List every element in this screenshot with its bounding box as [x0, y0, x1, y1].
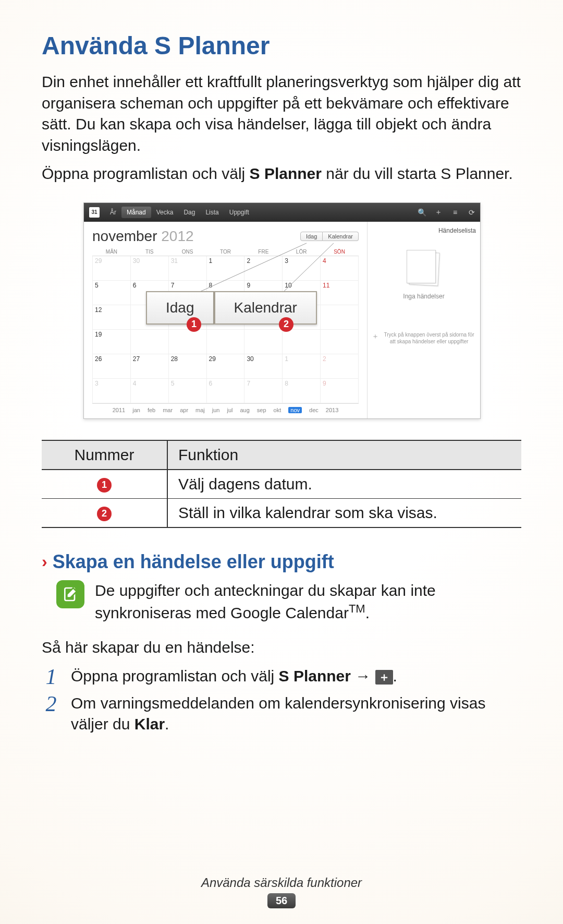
- cal-cell: 4: [321, 256, 359, 280]
- month-year: 2012: [161, 228, 193, 244]
- page-footer: Använda särskilda funktioner 56: [0, 875, 563, 908]
- weekday-4: FRE: [244, 248, 283, 256]
- cal-cell: 6: [206, 378, 244, 403]
- row-func-2: Ställ in vilka kalendrar som ska visas.: [167, 498, 521, 527]
- cal-cell: [321, 329, 359, 354]
- cal-cell: [168, 329, 206, 354]
- note-icon: [56, 580, 84, 608]
- sync-icon: ⟳: [463, 208, 480, 217]
- note-block: De uppgifter och anteckningar du skapar …: [56, 580, 521, 624]
- step-1: 1 Öppna programlistan och välj S Planner…: [42, 666, 521, 688]
- col-function: Funktion: [167, 440, 521, 470]
- empty-pages-icon: [406, 250, 442, 286]
- step-number-1: 1: [42, 666, 60, 688]
- calendar-date-icon: 31: [89, 207, 100, 218]
- cal-cell: 6: [130, 280, 168, 305]
- cal-cell: 3: [283, 256, 321, 280]
- weekday-1: TIS: [130, 248, 168, 256]
- intro2-pre: Öppna programlistan och välj: [42, 165, 250, 182]
- month-name: november: [92, 228, 157, 244]
- ys-item: aug: [240, 407, 249, 413]
- cal-cell: 3: [93, 378, 131, 403]
- intro2-post: när du vill starta S Planner.: [322, 165, 513, 182]
- cal-cell: 5: [168, 378, 206, 403]
- chevron-right-icon: ›: [42, 552, 47, 571]
- step1-arrow: →: [351, 667, 375, 685]
- screenshot-topbar: 31 År Månad Vecka Dag Lista Uppgift 🔍 ＋ …: [84, 203, 480, 222]
- note-tm: TM: [349, 602, 365, 615]
- weekday-0: MÅN: [93, 248, 131, 256]
- subsection-heading: › Skapa en händelse eller uppgift: [42, 551, 521, 573]
- sidebar-title: Händelselista: [438, 227, 476, 234]
- ys-item: okt: [274, 407, 282, 413]
- weekday-2: ONS: [168, 248, 206, 256]
- cal-cell: 8: [206, 280, 244, 305]
- howto-line: Så här skapar du en händelse:: [42, 639, 521, 656]
- tab-month: Månad: [121, 207, 151, 218]
- intro-paragraph-2: Öppna programlistan och välj S Planner n…: [42, 163, 521, 185]
- step-number-2: 2: [42, 693, 60, 715]
- cal-cell: 10: [283, 280, 321, 305]
- plus-icon: ＋: [372, 331, 379, 341]
- cal-cell: 12: [93, 305, 131, 329]
- app-screenshot: 31 År Månad Vecka Dag Lista Uppgift 🔍 ＋ …: [83, 202, 480, 419]
- intro2-bold: S Planner: [250, 165, 322, 182]
- tab-list: Lista: [200, 207, 224, 218]
- ys-item: 2011: [113, 407, 125, 413]
- cal-cell: 11: [321, 280, 359, 305]
- table-row: 1 Välj dagens datum.: [42, 470, 521, 499]
- step1-bold: S Planner: [279, 667, 351, 685]
- cal-cell: 9: [321, 378, 359, 403]
- cal-cell: [130, 329, 168, 354]
- cal-cell: 7: [244, 378, 283, 403]
- col-number: Nummer: [42, 440, 167, 470]
- calendar-grid: MÅN TIS ONS TOR FRE LÖR SÖN 29 30: [92, 248, 359, 403]
- weekday-3: TOR: [206, 248, 244, 256]
- cal-cell: [130, 305, 168, 329]
- ys-item: jun: [212, 407, 220, 413]
- cal-cell: 26: [93, 354, 131, 378]
- pill-today: Idag: [300, 232, 323, 241]
- function-table: Nummer Funktion 1 Välj dagens datum. 2 S…: [42, 440, 521, 528]
- intro-paragraph-1: Din enhet innehåller ett kraftfullt plan…: [42, 71, 521, 156]
- page-title: Använda S Planner: [42, 31, 521, 60]
- view-pills: Idag Kalendrar: [300, 232, 359, 241]
- subsection-title: Skapa en händelse eller uppgift: [53, 551, 334, 573]
- plus-icon: ＋: [430, 208, 447, 217]
- note-text: De uppgifter och anteckningar du skapar …: [95, 580, 521, 624]
- cal-cell: 7: [168, 280, 206, 305]
- step2-pre: Om varningsmeddelanden om kalendersynkro…: [71, 694, 485, 733]
- cal-cell: 31: [168, 256, 206, 280]
- cal-cell: 29: [93, 256, 131, 280]
- cal-cell: 28: [168, 354, 206, 378]
- ys-item: 2013: [326, 407, 338, 413]
- ys-item-active: nov: [288, 407, 302, 413]
- cal-cell: 8: [283, 378, 321, 403]
- cal-cell: 9: [244, 280, 283, 305]
- cal-cell: 30: [130, 256, 168, 280]
- sidebar-hint-text: Tryck på knappen överst på sidorna för a…: [382, 331, 476, 345]
- note-a: De uppgifter och anteckningar du skapar …: [95, 582, 436, 622]
- ys-item: dec: [309, 407, 319, 413]
- ys-item: apr: [180, 407, 188, 413]
- step2-post: .: [165, 715, 169, 733]
- weekday-5: LÖR: [283, 248, 321, 256]
- cal-cell: 5: [93, 280, 131, 305]
- tab-year: År: [105, 207, 121, 218]
- step2-bold: Klar: [134, 715, 165, 733]
- ys-item: jul: [227, 407, 232, 413]
- footer-category: Använda särskilda funktioner: [0, 875, 563, 890]
- table-row: 2 Ställ in vilka kalendrar som ska visas…: [42, 498, 521, 527]
- ys-item: mar: [163, 407, 173, 413]
- cal-cell: [244, 329, 283, 354]
- cal-cell: 4: [130, 378, 168, 403]
- tab-task: Uppgift: [224, 207, 254, 218]
- cal-cell: [206, 329, 244, 354]
- tab-week: Vecka: [151, 207, 179, 218]
- year-strip: 2011 jan feb mar apr maj jun jul aug sep…: [92, 403, 359, 415]
- cal-cell: [283, 329, 321, 354]
- row-badge-1: 1: [97, 478, 112, 493]
- month-heading: november 2012: [92, 228, 194, 245]
- sidebar-hint: ＋ Tryck på knappen överst på sidorna för…: [372, 331, 476, 345]
- cal-cell: 1: [283, 354, 321, 378]
